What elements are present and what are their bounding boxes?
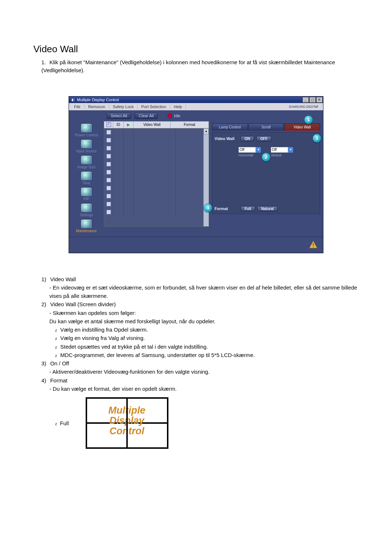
- row-checkbox[interactable]: [106, 138, 111, 143]
- section-line: - En videovæg er et sæt videoskærme, som…: [49, 283, 359, 300]
- time-icon: [81, 171, 92, 181]
- format-example-label: z Full: [55, 420, 69, 426]
- tab-scroll[interactable]: Scroll: [248, 123, 284, 131]
- table-header: ID ▶ Video Wall Format: [104, 121, 209, 128]
- row-checkbox[interactable]: [106, 130, 111, 135]
- horizontal-select[interactable]: ▼: [238, 147, 261, 153]
- table-row[interactable]: [104, 136, 209, 144]
- horizontal-label: Horizontal: [238, 153, 261, 157]
- sidebar-item-image-size[interactable]: Image Size: [69, 155, 104, 169]
- scroll-up-icon[interactable]: ▲: [204, 128, 209, 134]
- callout-3: 3: [313, 134, 321, 143]
- row-checkbox[interactable]: [106, 170, 111, 175]
- section: 2) Video Wall (Screen divider): [41, 300, 359, 308]
- intro-number: 1.: [41, 58, 48, 66]
- on-button[interactable]: ON: [241, 136, 254, 141]
- diagram-line-2: Display: [87, 415, 167, 426]
- warning-icon: [309, 240, 318, 249]
- callout-2: 2: [262, 153, 270, 161]
- row-checkbox[interactable]: [106, 202, 111, 206]
- callout-1: 1: [304, 115, 313, 124]
- section: 1) Video Wall: [41, 275, 359, 283]
- section-bullet: zStedet opsættes ved at trykke på et tal…: [55, 342, 359, 351]
- check-icon: [106, 122, 111, 127]
- row-checkbox[interactable]: [106, 154, 111, 159]
- table-row[interactable]: [104, 160, 209, 168]
- menu-remocon[interactable]: Remocon: [85, 104, 109, 109]
- select-all-button[interactable]: Select All: [107, 112, 131, 119]
- table-row[interactable]: [104, 144, 209, 152]
- video-wall-panel: 3 Video Wall ON OFF ▼ Horizontal ▼ V: [212, 132, 320, 214]
- table-row[interactable]: [104, 152, 209, 160]
- row-checkbox[interactable]: [106, 162, 111, 167]
- menu-help[interactable]: Help: [170, 104, 186, 109]
- table-row[interactable]: [104, 168, 209, 176]
- table-row[interactable]: [104, 176, 209, 184]
- sidebar-item-settings[interactable]: Settings: [69, 203, 104, 217]
- section-line: Du kan vælge et antal skærme med forskel…: [49, 317, 359, 325]
- section: 3) On / Off: [41, 359, 359, 368]
- play-icon: ▶: [127, 123, 130, 127]
- col-check[interactable]: [104, 122, 113, 128]
- natural-button[interactable]: Natural: [257, 206, 278, 212]
- intro-paragraph: 1. Klik på ikonet "Maintenance" (Vedlige…: [41, 58, 359, 74]
- tab-lamp-control[interactable]: Lamp Control: [212, 123, 248, 131]
- explanations: 1) Video Wall- En videovæg er et sæt vid…: [41, 275, 359, 393]
- format-full-diagram: Multiple Display Control: [86, 397, 168, 449]
- vertical-input[interactable]: [271, 147, 288, 153]
- maximize-button[interactable]: ▢: [309, 97, 316, 103]
- tab-video-wall[interactable]: Video Wall: [284, 123, 320, 131]
- off-button[interactable]: OFF: [256, 136, 271, 141]
- menu-safety-lock[interactable]: Safety Lock: [109, 104, 138, 109]
- full-button[interactable]: Full: [241, 206, 255, 212]
- table-row[interactable]: [104, 128, 209, 136]
- section-bullet: zVælg en indstilling fra Opdel skærm.: [55, 325, 359, 334]
- callout-4: 4: [204, 204, 212, 212]
- window-title: Multiple Display Control: [77, 98, 302, 102]
- power-icon: [81, 123, 92, 133]
- col-status: ▶: [124, 122, 134, 128]
- sidebar-item-maintenance[interactable]: Maintenance: [69, 219, 104, 233]
- maintenance-icon: [81, 219, 92, 229]
- section-bullet: zVælg en visning fra Valg af visning.: [55, 334, 359, 342]
- vertical-label: Vertical: [271, 153, 294, 157]
- row-checkbox[interactable]: [106, 146, 111, 151]
- titlebar: ◧ Multiple Display Control _ ▢ ✕: [69, 97, 323, 103]
- status-dot-icon: [168, 114, 172, 118]
- row-checkbox[interactable]: [106, 194, 111, 198]
- row-checkbox[interactable]: [106, 178, 111, 182]
- clear-all-button[interactable]: Clear All: [135, 112, 158, 119]
- row-checkbox[interactable]: [106, 210, 111, 214]
- sidebar: Power Control Input Source Image Size Ti…: [69, 121, 104, 237]
- svg-rect-0: [313, 243, 314, 246]
- table-row[interactable]: [104, 200, 209, 208]
- app-footer: [69, 237, 323, 253]
- brand-label: SAMSUNG DIGITall: [285, 105, 322, 108]
- section-line: - Skærmen kan opdeles som følger:: [49, 309, 359, 317]
- sidebar-item-pip[interactable]: PIP: [69, 187, 104, 201]
- row-checkbox[interactable]: [106, 186, 111, 190]
- horizontal-input[interactable]: [238, 147, 256, 153]
- menubar: File Remocon Safety Lock Port Selection …: [69, 103, 323, 110]
- sidebar-item-input-source[interactable]: Input Source: [69, 139, 104, 153]
- table-row[interactable]: [104, 208, 209, 216]
- app-icon: ◧: [70, 97, 76, 103]
- sidebar-item-power-control[interactable]: Power Control: [69, 123, 104, 137]
- menu-file[interactable]: File: [70, 104, 85, 109]
- menu-port-selection[interactable]: Port Selection: [138, 104, 170, 109]
- page-title: Video Wall: [33, 44, 359, 55]
- table-row[interactable]: [104, 184, 209, 192]
- input-icon: [81, 139, 92, 149]
- section-bullet: zMDC-programmet, der leveres af Samsung,…: [55, 351, 359, 359]
- chevron-down-icon[interactable]: ▼: [256, 147, 261, 153]
- diagram-line-3: Control: [87, 426, 167, 436]
- chevron-down-icon[interactable]: ▼: [288, 147, 294, 153]
- minimize-button[interactable]: _: [302, 97, 309, 103]
- panel-format-label: Format: [215, 206, 238, 211]
- sidebar-item-time[interactable]: Time: [69, 171, 104, 185]
- image-size-icon: [81, 155, 92, 165]
- pip-icon: [81, 187, 92, 197]
- table-row[interactable]: [104, 192, 209, 200]
- vertical-select[interactable]: ▼: [271, 147, 294, 153]
- close-button[interactable]: ✕: [316, 97, 323, 103]
